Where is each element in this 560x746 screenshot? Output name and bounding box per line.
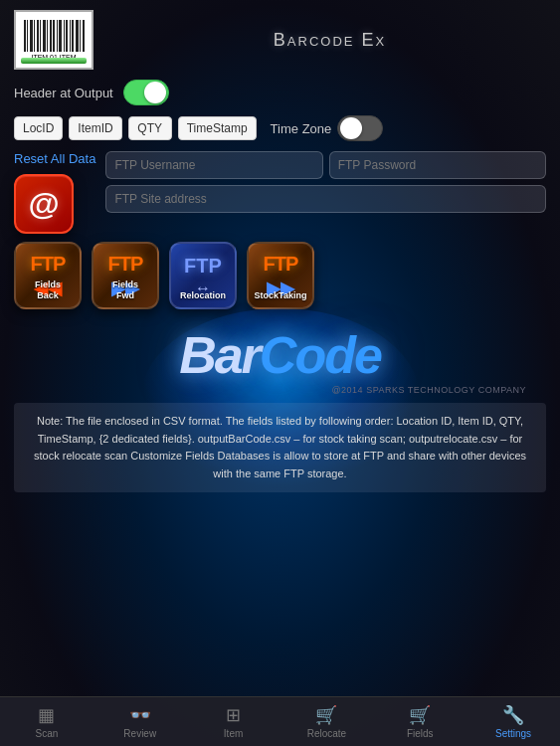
nav-label-settings: Settings	[495, 728, 531, 739]
note-section: Note: The file enclosed in CSV format. T…	[14, 403, 546, 492]
app-title: Barcode Ex	[113, 30, 546, 51]
header-toggle-label: Header at Output	[14, 86, 113, 100]
scanner-indicator	[21, 58, 87, 64]
ftp-stocktaking-button[interactable]: FTP ▶▶ StockTaking	[247, 242, 314, 309]
timezone-label: Time Zone	[271, 121, 332, 136]
scan-icon: ▦	[38, 704, 55, 726]
settings-icon: 🔧	[502, 704, 524, 726]
barcode-header-image: ITEM 01 ITEM	[14, 10, 93, 70]
ftp-fields-fwd-button[interactable]: FTP ▶▶ FieldsFwd	[92, 242, 159, 309]
nav-label-scan: Scan	[36, 728, 59, 739]
logo-bar: Bar	[179, 326, 260, 384]
ftp-btn-label-3: Relocation	[180, 290, 226, 301]
header-toggle[interactable]	[123, 80, 169, 105]
field-itemid[interactable]: ItemID	[69, 116, 121, 140]
relocate-icon: 🛒	[315, 704, 337, 726]
nav-item-item[interactable]: ⊞ Item	[187, 700, 280, 743]
field-qty[interactable]: QTY	[128, 116, 172, 140]
nav-label-fields: Fields	[407, 728, 434, 739]
bottom-nav: ▦ Scan 👓 Review ⊞ Item 🛒 Relocate 🛒 Fiel…	[0, 696, 560, 746]
ftp-username-input[interactable]	[105, 151, 322, 179]
review-icon: 👓	[129, 704, 151, 726]
field-timestamp[interactable]: TimeStamp	[178, 116, 257, 140]
barcode-logo: BarCode	[14, 329, 546, 381]
timezone-toggle[interactable]	[337, 115, 383, 141]
nav-item-fields[interactable]: 🛒 Fields	[373, 700, 467, 743]
email-icon: @	[28, 186, 59, 223]
logo-code: Code	[260, 326, 381, 384]
timezone-knob	[340, 117, 362, 139]
ftp-relocation-button[interactable]: FTP ↔ Relocation	[169, 242, 237, 309]
field-locid[interactable]: LocID	[14, 116, 63, 140]
ftp-text-4: FTP	[264, 253, 298, 276]
nav-label-item: Item	[224, 728, 243, 739]
email-button[interactable]: @	[14, 174, 74, 234]
nav-label-relocate: Relocate	[307, 728, 346, 739]
ftp-text-2: FTP	[108, 253, 143, 276]
nav-item-review[interactable]: 👓 Review	[93, 700, 187, 743]
nav-item-relocate[interactable]: 🛒 Relocate	[280, 700, 373, 743]
ftp-btn-label-1: FieldsBack	[35, 280, 61, 301]
ftp-btn-label-4: StockTaking	[255, 290, 307, 301]
ftp-buttons-row: FTP ◀◀ FieldsBack FTP ▶▶ FieldsFwd FTP ↔…	[14, 242, 546, 309]
ftp-inputs-section	[105, 151, 546, 213]
toggle-knob	[144, 82, 166, 103]
nav-item-settings[interactable]: 🔧 Settings	[467, 700, 560, 743]
ftp-site-input[interactable]	[105, 185, 546, 213]
fields-row: LocID ItemID QTY TimeStamp Time Zone	[14, 115, 546, 141]
ftp-fields-back-button[interactable]: FTP ◀◀ FieldsBack	[14, 242, 82, 309]
ftp-text-1: FTP	[31, 253, 66, 276]
ftp-text-3: FTP	[184, 255, 222, 278]
copyright-text: @2014 Sparks Technology Company	[14, 385, 546, 395]
ftp-password-input[interactable]	[329, 151, 546, 179]
nav-label-review: Review	[123, 728, 156, 739]
note-text: Note: The file enclosed in CSV format. T…	[28, 413, 532, 482]
barcode-logo-section: BarCode @2014 Sparks Technology Company	[14, 329, 546, 395]
ftp-btn-label-2: FieldsFwd	[112, 280, 138, 301]
nav-item-scan[interactable]: ▦ Scan	[0, 700, 93, 743]
item-icon: ⊞	[226, 704, 241, 726]
reset-all-data-button[interactable]: Reset All Data	[14, 151, 95, 166]
fields-icon: 🛒	[409, 704, 431, 726]
